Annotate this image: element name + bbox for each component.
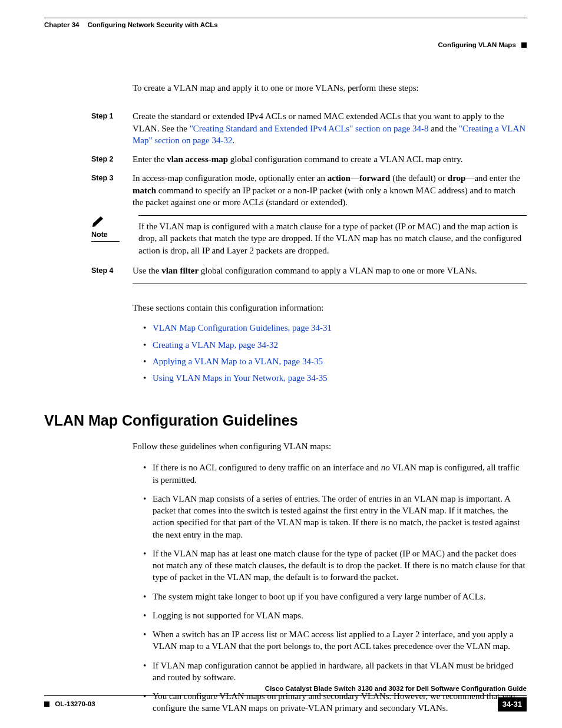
list-item: Logging is not supported for VLAN maps. [143, 606, 527, 625]
step-text: In access-map configuration mode, option… [133, 172, 527, 208]
page: Chapter 34 Configuring Network Security … [0, 0, 562, 728]
step-text: Enter the vlan access-map global configu… [133, 153, 527, 165]
footer-marker-icon [44, 701, 49, 707]
list-item: Each VLAN map consists of a series of en… [143, 489, 527, 544]
page-number: 34-31 [498, 697, 527, 711]
book-title: Cisco Catalyst Blade Switch 3130 and 303… [265, 685, 527, 692]
note-text: If the VLAN map is configured with a mat… [138, 220, 527, 256]
guidelines-list: If there is no ACL configured to deny tr… [143, 458, 527, 717]
section-links-list: VLAN Map Configuration Guidelines, page … [143, 319, 527, 386]
chapter-title: Configuring Network Security with ACLs [87, 21, 217, 30]
divider [133, 284, 527, 284]
section-name: Configuring VLAN Maps [438, 41, 516, 48]
note-label: Note [91, 230, 120, 242]
xref-link[interactable]: "Creating Standard and Extended IPv4 ACL… [190, 124, 429, 133]
page-header: Chapter 34 Configuring Network Security … [44, 18, 527, 50]
step-1: Step 1 Create the standard or extended I… [44, 110, 527, 146]
header-marker-icon [521, 42, 527, 48]
xref-link[interactable]: VLAN Map Configuration Guidelines, page … [143, 319, 527, 336]
step-3: Step 3 In access-map configuration mode,… [44, 172, 527, 208]
doc-id: OL-13270-03 [55, 700, 95, 707]
steps-block: Step 1 Create the standard or extended I… [44, 110, 527, 276]
intro-text: To create a VLAN map and apply it to one… [133, 82, 527, 94]
list-item: The system might take longer to boot up … [143, 587, 527, 606]
note-block: Note If the VLAN map is configured with … [44, 215, 527, 256]
step-2: Step 2 Enter the vlan access-map global … [44, 153, 527, 165]
step-4: Step 4 Use the vlan filter global config… [44, 265, 527, 276]
step-label: Step 3 [91, 172, 133, 208]
step-label: Step 1 [91, 110, 133, 146]
list-item: If there is no ACL configured to deny tr… [143, 458, 527, 489]
guidelines-intro: Follow these guidelines when configuring… [133, 440, 527, 452]
xref-link[interactable]: Creating a VLAN Map, page 34-32 [143, 337, 527, 353]
page-footer: Cisco Catalyst Blade Switch 3130 and 303… [44, 684, 527, 711]
step-label: Step 2 [91, 153, 133, 165]
step-label: Step 4 [91, 265, 133, 276]
step-text: Create the standard or extended IPv4 ACL… [133, 110, 527, 146]
section-heading: VLAN Map Configuration Guidelines [44, 411, 527, 431]
xref-link[interactable]: Using VLAN Maps in Your Network, page 34… [143, 370, 527, 386]
sections-intro: These sections contain this configuratio… [133, 302, 527, 314]
xref-link[interactable]: Applying a VLAN Map to a VLAN, page 34-3… [143, 353, 527, 370]
step-text: Use the vlan filter global configuration… [133, 265, 527, 276]
list-item: If VLAN map configuration cannot be appl… [143, 656, 527, 687]
list-item: When a switch has an IP access list or M… [143, 625, 527, 656]
chapter-label: Chapter 34 [44, 21, 79, 30]
list-item: If the VLAN map has at least one match c… [143, 544, 527, 587]
pencil-icon [91, 215, 108, 228]
